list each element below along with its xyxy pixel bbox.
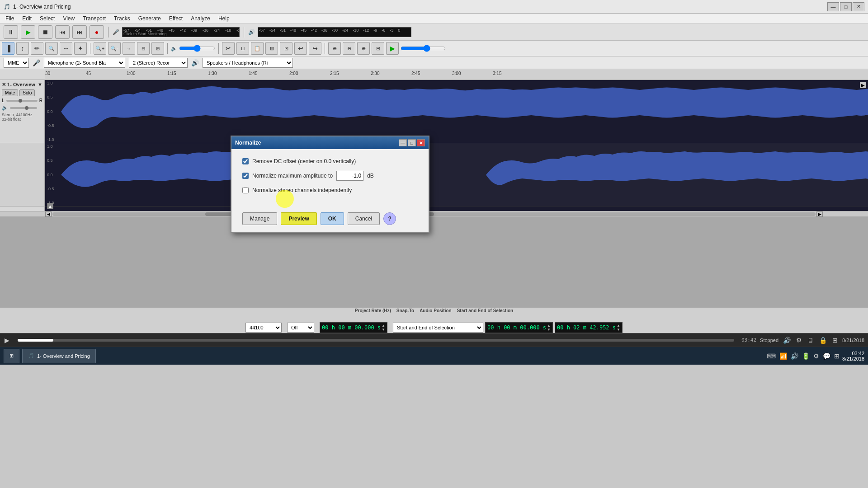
playback-play-btn[interactable]: ▶ — [4, 336, 10, 345]
help-btn[interactable]: ? — [383, 212, 396, 225]
menu-analyze[interactable]: Analyze — [187, 14, 214, 23]
normalize-amp-checkbox[interactable] — [242, 173, 249, 179]
sel-start-down[interactable]: ▼ — [547, 328, 551, 332]
sel-start-up[interactable]: ▲ — [547, 324, 551, 328]
close-btn[interactable]: ✕ — [853, 2, 864, 11]
maximize-btn[interactable]: □ — [840, 2, 852, 11]
tray-keyboard-icon[interactable]: ⌨ — [767, 352, 776, 360]
menu-transport[interactable]: Transport — [79, 14, 109, 23]
dc-offset-checkbox[interactable] — [242, 158, 249, 164]
loop-play-btn[interactable]: ▶ — [386, 42, 399, 55]
zoom-fit-vert-btn[interactable]: ⊞ — [151, 42, 164, 55]
menu-help[interactable]: Help — [215, 14, 233, 23]
open-app-btn[interactable]: 🎵 1- Overview and Pricing — [22, 349, 96, 363]
playback-speed-slider[interactable] — [401, 46, 446, 51]
audio-host-select[interactable]: MME — [4, 58, 29, 68]
manage-btn[interactable]: Manage — [242, 212, 277, 225]
zoom-in-btn[interactable]: 🔍+ — [94, 42, 106, 55]
tray-share-icon[interactable]: ⊞ — [834, 352, 840, 360]
tray-settings-icon[interactable]: ⚙ — [813, 352, 819, 360]
track1-solo-btn[interactable]: Solo — [19, 89, 35, 96]
layout-icon[interactable]: ⊞ — [831, 336, 839, 345]
sel-start-spinners[interactable]: ▲ ▼ — [547, 324, 551, 332]
microphone-select[interactable]: Microphone (2- Sound Bla — [44, 58, 125, 68]
silence-btn[interactable]: ⊡ — [280, 42, 292, 55]
menu-edit[interactable]: Edit — [19, 14, 35, 23]
volume-icon[interactable]: 🔊 — [782, 336, 792, 345]
envelope-tool-btn[interactable]: ↕ — [16, 42, 29, 55]
zoom-out-btn[interactable]: 🔍- — [108, 42, 121, 55]
cancel-btn[interactable]: Cancel — [348, 212, 380, 225]
menu-file[interactable]: File — [2, 14, 18, 23]
tray-volume-icon[interactable]: 🔊 — [791, 352, 798, 360]
channels-select[interactable]: 2 (Stereo) Recor — [129, 58, 188, 68]
redo-btn[interactable]: ↪ — [309, 42, 321, 55]
selection-tool-btn[interactable]: ▐ — [2, 42, 14, 55]
speaker-select[interactable]: Speakers / Headphones (Ri — [203, 58, 293, 68]
minimize-btn[interactable]: — — [827, 2, 839, 11]
track1-arrow-icon[interactable]: ▼ — [38, 82, 42, 87]
zoom-fit2-btn[interactable]: ⊟ — [372, 42, 384, 55]
ok-btn[interactable]: OK — [321, 212, 344, 225]
copy-btn[interactable]: ⊔ — [236, 42, 249, 55]
zoom-tool-btn[interactable]: 🔍 — [45, 42, 58, 55]
settings-icon[interactable]: ⚙ — [795, 336, 803, 345]
audio-pos-down[interactable]: ▼ — [382, 328, 385, 332]
waveform-area[interactable]: 1.0 0.5 0.0 -0.5 -1.0 — [45, 80, 868, 211]
play-btn[interactable]: ▶ — [21, 25, 35, 39]
menu-select[interactable]: Select — [36, 14, 58, 23]
menu-effect[interactable]: Effect — [165, 14, 186, 23]
record-btn[interactable]: ● — [90, 25, 104, 39]
audio-pos-up[interactable]: ▲ — [382, 324, 385, 328]
sel-end-up[interactable]: ▲ — [617, 324, 620, 328]
pause-btn[interactable]: ⏸ — [4, 25, 18, 39]
selection-type-select[interactable]: Start and End of Selection — [393, 323, 483, 333]
scroll-left-btn[interactable]: ◀ — [45, 211, 52, 217]
start-btn[interactable]: ⊞ — [4, 349, 19, 363]
gain-slider[interactable] — [179, 46, 215, 51]
project-rate-select[interactable]: 44100 — [245, 323, 282, 333]
dialog-maximize-btn[interactable]: □ — [408, 139, 416, 146]
screen-icon[interactable]: 🖥 — [807, 336, 815, 345]
waveform-scrollbar[interactable]: ◀ ▶ — [0, 211, 868, 216]
timeshift-tool-btn[interactable]: ↔ — [60, 42, 72, 55]
skip-fwd-btn[interactable]: ⏭ — [72, 25, 87, 39]
paste-btn[interactable]: 📋 — [251, 42, 264, 55]
zoom-out2-btn[interactable]: ⊖ — [343, 42, 355, 55]
tray-msg-icon[interactable]: 💬 — [823, 352, 830, 360]
cut-btn[interactable]: ✂ — [222, 42, 235, 55]
tray-network-icon[interactable]: 📶 — [779, 352, 787, 360]
multi-tool-btn[interactable]: ✦ — [74, 42, 87, 55]
stereo-channels-checkbox[interactable] — [242, 187, 249, 193]
progress-bar[interactable] — [18, 339, 734, 342]
menu-view[interactable]: View — [59, 14, 78, 23]
menu-generate[interactable]: Generate — [135, 14, 165, 23]
track1-close-icon[interactable]: ✕ — [2, 82, 6, 87]
trim-btn[interactable]: ⊠ — [265, 42, 278, 55]
snap-to-select[interactable]: Off — [287, 323, 314, 333]
track1-mute-btn[interactable]: Mute — [2, 89, 18, 96]
waveform-scroll-right[interactable]: ▶ — [860, 82, 866, 88]
track-expand-btn[interactable]: ▲ — [47, 203, 53, 209]
track1-vol-slider[interactable] — [10, 107, 37, 109]
dialog-close-btn[interactable]: ✕ — [417, 139, 425, 146]
scroll-track[interactable] — [52, 212, 816, 216]
sel-end-spinners[interactable]: ▲ ▼ — [617, 324, 620, 332]
normalize-amp-input[interactable] — [336, 171, 363, 181]
undo-btn[interactable]: ↩ — [294, 42, 307, 55]
lock-icon[interactable]: 🔒 — [818, 336, 828, 345]
preview-btn[interactable]: Preview — [281, 212, 316, 225]
sel-end-down[interactable]: ▼ — [617, 328, 620, 332]
skip-back-btn[interactable]: ⏮ — [55, 25, 70, 39]
draw-tool-btn[interactable]: ✏ — [31, 42, 43, 55]
menu-tracks[interactable]: Tracks — [110, 14, 134, 23]
dialog-minimize-btn[interactable]: — — [399, 139, 407, 146]
audio-pos-spinners[interactable]: ▲ ▼ — [382, 324, 385, 332]
scroll-right-btn[interactable]: ▶ — [816, 211, 823, 217]
tray-battery-icon[interactable]: 🔋 — [802, 352, 810, 360]
zoom-fit-btn[interactable]: ⊟ — [137, 42, 150, 55]
zoom-sel-btn[interactable]: ↔ — [123, 42, 135, 55]
zoom-sel2-btn[interactable]: ⊕ — [357, 42, 370, 55]
zoom-in2-btn[interactable]: ⊕ — [328, 42, 341, 55]
stop-btn[interactable]: ⏹ — [38, 25, 52, 39]
